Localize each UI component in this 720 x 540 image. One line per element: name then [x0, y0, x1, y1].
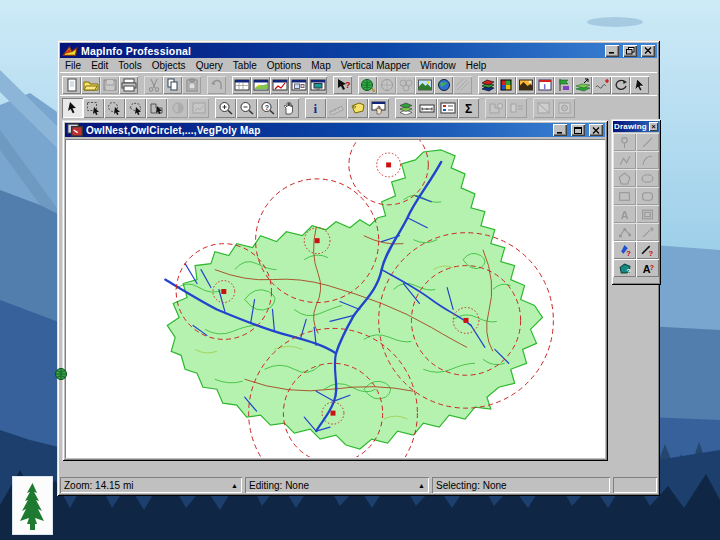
world-map-tool-button[interactable]	[434, 76, 453, 94]
vm-image-tool-icon	[518, 78, 534, 92]
change-view-icon: ?	[260, 101, 276, 115]
symbol-tool-icon	[618, 136, 631, 149]
new-browser-button[interactable]	[232, 76, 251, 94]
print-button[interactable]	[119, 76, 138, 94]
svg-text:?: ?	[650, 263, 654, 270]
menu-options[interactable]: Options	[262, 60, 306, 71]
drawing-titlebar[interactable]: Drawing ×	[613, 121, 659, 132]
vm-pointer-tool-button[interactable]	[630, 76, 649, 94]
vm-flag-tool-button[interactable]	[554, 76, 573, 94]
line-style-button[interactable]: ?	[636, 241, 659, 259]
drag-map-window-button[interactable]	[368, 98, 389, 118]
add-node-tool-button	[636, 223, 659, 241]
toolbar-group: ?	[215, 98, 299, 118]
restore-button[interactable]	[623, 45, 637, 57]
close-button[interactable]	[641, 45, 655, 57]
map-minimize-button[interactable]	[553, 124, 567, 136]
radius-select-button[interactable]	[104, 98, 125, 118]
toolbar-group	[207, 76, 226, 94]
change-view-window-button[interactable]	[416, 98, 437, 118]
new-mapper-button[interactable]	[251, 76, 270, 94]
zoom-popup-button[interactable]: ▲	[227, 482, 238, 489]
zoom-out-button[interactable]	[236, 98, 257, 118]
status-zoom-panel: Zoom: 14.15 mi ▲	[60, 477, 242, 493]
map-window-titlebar[interactable]: OwlNest,OwlCirclet,...,VegPoly Map	[65, 123, 605, 137]
vm-layers-tool-button[interactable]	[478, 76, 497, 94]
pan-button[interactable]	[278, 98, 299, 118]
vegetation-polygon	[167, 150, 542, 449]
rectangle-tool-button	[613, 187, 636, 205]
paste-icon	[184, 78, 200, 92]
symbol-tool-button	[613, 133, 636, 151]
drawing-close-button[interactable]: ×	[649, 122, 658, 131]
label-tool-icon	[350, 101, 366, 115]
menu-objects[interactable]: Objects	[147, 60, 191, 71]
globe-sprite-icon	[55, 367, 68, 381]
marquee-select-button[interactable]	[83, 98, 104, 118]
label-tool-button[interactable]	[347, 98, 368, 118]
vm-slope-tool-button[interactable]	[573, 76, 592, 94]
map-maximize-button[interactable]	[571, 124, 585, 136]
text-style-icon: A?	[641, 262, 654, 275]
new-table-button[interactable]	[62, 76, 81, 94]
new-grapher-button[interactable]	[270, 76, 289, 94]
toolbar-group	[62, 76, 138, 94]
map-canvas[interactable]	[65, 139, 605, 458]
copy-button[interactable]	[163, 76, 182, 94]
region-style-button[interactable]: ?	[613, 259, 636, 277]
vm-info-tool-button[interactable]: i	[535, 76, 554, 94]
toolbar-group: Σ	[395, 98, 479, 118]
new-redistricter-button[interactable]	[308, 76, 327, 94]
show-legend-button[interactable]	[437, 98, 458, 118]
text-style-button[interactable]: A?	[636, 259, 659, 277]
vm-node-tool-button[interactable]	[592, 76, 611, 94]
menu-file[interactable]: File	[60, 60, 86, 71]
rectangle-tool-icon	[618, 190, 631, 203]
app-titlebar[interactable]: MapInfo Professional	[60, 43, 657, 58]
select-button[interactable]	[62, 98, 83, 118]
vm-image-tool-button[interactable]	[516, 76, 535, 94]
svg-text:A: A	[621, 208, 629, 220]
layer-control-button[interactable]	[395, 98, 416, 118]
change-view-button[interactable]: ?	[257, 98, 278, 118]
symbol-style-button[interactable]: ?	[613, 241, 636, 259]
info-tool-button[interactable]: i	[305, 98, 326, 118]
menu-tools[interactable]: Tools	[113, 60, 146, 71]
polygon-select-button[interactable]	[125, 98, 146, 118]
rounded-rectangle-tool-icon	[641, 190, 654, 203]
show-statistics-icon: Σ	[461, 101, 477, 115]
svg-text:?: ?	[626, 249, 631, 257]
copy-icon	[165, 78, 181, 92]
map-close-button[interactable]	[589, 124, 603, 136]
vm-grid-tool-button[interactable]	[497, 76, 516, 94]
drawing-toolbar: Drawing × A???A?	[611, 119, 661, 285]
show-statistics-button[interactable]: Σ	[458, 98, 479, 118]
ruler-tool-icon	[329, 101, 345, 115]
rings-tool-button	[396, 76, 415, 94]
menu-vertical-mapper[interactable]: Vertical Mapper	[336, 60, 415, 71]
green-globe-tool-button[interactable]	[358, 76, 377, 94]
owl-nest-marker-1	[386, 162, 391, 167]
menu-help[interactable]: Help	[461, 60, 492, 71]
boundary-select-button[interactable]	[146, 98, 167, 118]
menu-map[interactable]: Map	[306, 60, 335, 71]
new-layout-button[interactable]	[289, 76, 308, 94]
menu-window[interactable]: Window	[415, 60, 461, 71]
set-target-district-icon	[488, 101, 504, 115]
help-pointer-button[interactable]: ?	[333, 76, 352, 94]
map-window-icon	[67, 123, 83, 137]
minimize-button[interactable]	[605, 45, 619, 57]
menu-query[interactable]: Query	[191, 60, 228, 71]
zoom-in-button[interactable]	[215, 98, 236, 118]
graph-select-icon	[191, 101, 207, 115]
owl-nest-marker-5	[331, 411, 336, 416]
svg-text:i: i	[543, 82, 545, 91]
menu-edit[interactable]: Edit	[86, 60, 113, 71]
open-table-button[interactable]	[81, 76, 100, 94]
vm-rotate-tool-button[interactable]	[611, 76, 630, 94]
text-tool-icon: A	[618, 208, 631, 221]
map-window-title: OwlNest,OwlCirclet,...,VegPoly Map	[86, 125, 549, 136]
raster-image-tool-button[interactable]	[415, 76, 434, 94]
menu-table[interactable]: Table	[228, 60, 262, 71]
editing-popup-button[interactable]: ▲	[414, 482, 425, 489]
